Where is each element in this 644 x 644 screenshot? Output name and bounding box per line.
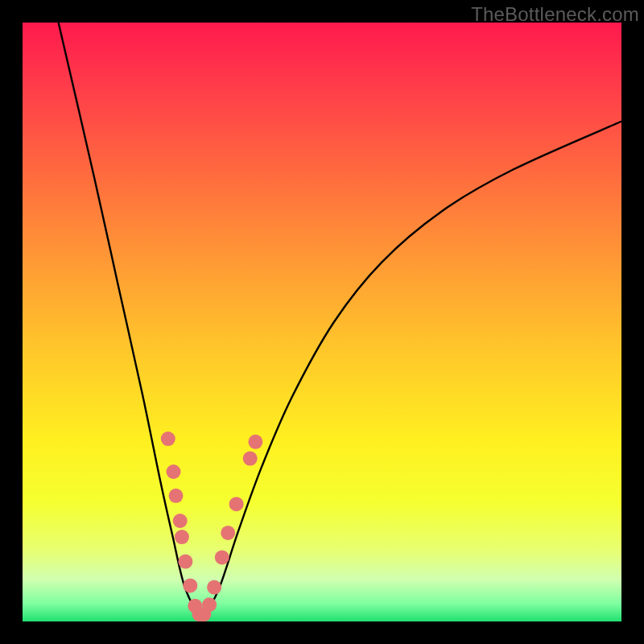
marker-point (221, 526, 235, 540)
marker-point (207, 580, 221, 595)
marker-point (169, 489, 184, 503)
marker-point (248, 435, 262, 449)
marker-point (183, 578, 197, 592)
curve-right-branch (206, 122, 621, 616)
marker-point (173, 514, 188, 528)
plot-area (23, 23, 621, 621)
marker-point (243, 452, 258, 466)
marker-point (167, 464, 181, 479)
marker-point (229, 497, 244, 511)
watermark-label: TheBottleneck.com (471, 3, 639, 26)
marker-point (215, 550, 229, 564)
chart-frame: TheBottleneck.com (0, 0, 644, 644)
marker-point (175, 530, 189, 544)
marker-point (178, 555, 192, 569)
marker-point (161, 431, 175, 446)
curves-layer (23, 23, 621, 621)
marker-point (202, 597, 217, 612)
highlighted-markers (161, 431, 263, 621)
